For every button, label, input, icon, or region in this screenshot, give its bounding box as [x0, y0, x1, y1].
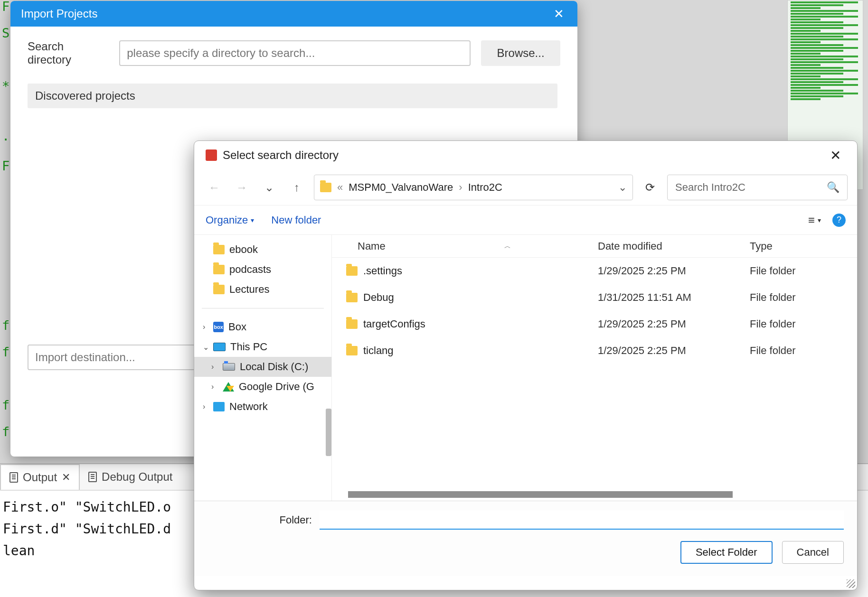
search-icon: 🔍 — [827, 181, 840, 194]
chevron-right-icon: › — [459, 181, 462, 194]
chevron-right-icon[interactable]: › — [211, 363, 214, 371]
file-date: 1/29/2025 2:25 PM — [598, 265, 750, 277]
folder-icon — [346, 293, 358, 302]
tree-item-network[interactable]: ›Network — [194, 397, 331, 417]
folder-icon — [320, 183, 331, 192]
folder-icon — [213, 245, 225, 254]
chevron-down-icon[interactable]: ⌄ — [618, 181, 627, 194]
col-date[interactable]: Date modified — [598, 240, 750, 252]
chevron-down-icon[interactable]: ⌄ — [203, 343, 209, 352]
tree-item-podcasts[interactable]: podcasts — [194, 260, 331, 280]
chevron-right-icon[interactable]: › — [203, 323, 205, 331]
nav-up-button[interactable]: ↑ — [286, 177, 307, 198]
horizontal-scrollbar[interactable] — [348, 491, 733, 498]
import-title-text: Import Projects — [21, 7, 97, 20]
view-options-button[interactable]: ≡ ▾ — [808, 214, 821, 227]
sort-asc-icon: ︿ — [504, 242, 511, 251]
pc-icon — [213, 343, 226, 351]
select-folder-button[interactable]: Select Folder — [680, 541, 773, 564]
disk-icon — [223, 363, 235, 371]
tree-item-ebook[interactable]: ebook — [194, 240, 331, 260]
picker-footer: Folder: Select Folder Cancel — [194, 501, 857, 576]
picker-search-input[interactable]: Search Intro2C 🔍 — [667, 175, 848, 200]
box-icon: box — [213, 322, 224, 332]
help-icon[interactable]: ? — [832, 214, 846, 227]
nav-back-button[interactable]: ← — [204, 177, 225, 198]
close-icon[interactable]: ✕ — [825, 148, 846, 163]
close-icon[interactable]: ✕ — [551, 6, 567, 22]
file-date: 1/29/2025 2:25 PM — [598, 318, 750, 330]
file-date: 1/29/2025 2:25 PM — [598, 345, 750, 357]
file-date: 1/31/2025 11:51 AM — [598, 291, 750, 304]
chevron-right-icon[interactable]: › — [203, 402, 205, 411]
file-type: File folder — [750, 345, 845, 357]
folder-label: Folder: — [208, 514, 312, 526]
document-icon — [9, 472, 18, 483]
import-titlebar: Import Projects ✕ — [10, 1, 577, 27]
tree-item-lectures[interactable]: Lectures — [194, 280, 331, 299]
breadcrumb-seg-2[interactable]: Intro2C — [468, 181, 502, 194]
organize-menu[interactable]: Organize ▾ — [206, 214, 254, 226]
tab-debug-label: Debug Output — [102, 470, 172, 484]
tree-item-google-drive[interactable]: ›Google Drive (G — [194, 377, 331, 397]
browse-button[interactable]: Browse... — [481, 40, 560, 66]
file-list: Name︿ Date modified Type .settings1/29/2… — [332, 235, 857, 501]
search-directory-input[interactable] — [119, 40, 471, 66]
file-name: ticlang — [363, 345, 394, 357]
tab-debug-output[interactable]: Debug Output — [80, 464, 181, 490]
folder-icon — [213, 285, 225, 294]
cancel-button[interactable]: Cancel — [782, 541, 844, 564]
chevron-right-icon[interactable]: › — [211, 382, 214, 391]
file-name: targetConfigs — [363, 318, 425, 330]
discovered-projects-header: Discovered projects — [28, 84, 557, 108]
tree-item-box[interactable]: ›boxBox — [194, 317, 331, 337]
refresh-button[interactable]: ⟳ — [640, 181, 660, 194]
file-type: File folder — [750, 265, 845, 277]
tree-item-local-disk[interactable]: ›Local Disk (C:) — [194, 357, 331, 377]
breadcrumb-overflow[interactable]: « — [337, 181, 343, 194]
new-folder-button[interactable]: New folder — [271, 214, 321, 226]
picker-search-placeholder: Search Intro2C — [675, 181, 745, 194]
col-type[interactable]: Type — [750, 240, 826, 252]
breadcrumb[interactable]: « MSPM0_ValvanoWare › Intro2C ⌄ — [314, 175, 633, 200]
folder-icon — [346, 319, 358, 329]
file-name: .settings — [363, 265, 402, 277]
resize-grip[interactable] — [847, 579, 855, 588]
network-icon — [213, 402, 225, 411]
select-search-directory-dialog: Select search directory ✕ ← → ⌄ ↑ « MSPM… — [194, 140, 858, 590]
gdrive-icon — [223, 382, 234, 392]
list-item[interactable]: ticlang1/29/2025 2:25 PMFile folder — [332, 337, 857, 364]
tree-scrollbar[interactable] — [326, 409, 331, 456]
nav-tree: ebook podcasts Lectures ›boxBox ⌄This PC… — [194, 235, 332, 501]
app-icon — [206, 149, 217, 161]
chevron-down-icon: ▾ — [251, 216, 254, 224]
search-directory-label: Search directory — [28, 40, 109, 66]
folder-icon — [213, 265, 225, 274]
tab-output-label: Output — [23, 471, 57, 484]
list-item[interactable]: Debug1/31/2025 11:51 AMFile folder — [332, 284, 857, 311]
file-type: File folder — [750, 318, 845, 330]
nav-row: ← → ⌄ ↑ « MSPM0_ValvanoWare › Intro2C ⌄ … — [194, 169, 857, 205]
folder-input[interactable] — [320, 511, 844, 530]
list-item[interactable]: .settings1/29/2025 2:25 PMFile folder — [332, 258, 857, 284]
file-name: Debug — [363, 291, 394, 304]
folder-icon — [346, 346, 358, 355]
file-type: File folder — [750, 291, 845, 304]
picker-title-text: Select search directory — [223, 149, 339, 162]
toolbar-row: Organize ▾ New folder ≡ ▾ ? — [194, 205, 857, 235]
folder-icon — [346, 266, 358, 276]
nav-recent-button[interactable]: ⌄ — [259, 177, 280, 198]
document-icon — [88, 472, 97, 482]
nav-forward-button[interactable]: → — [231, 177, 252, 198]
list-item[interactable]: targetConfigs1/29/2025 2:25 PMFile folde… — [332, 311, 857, 337]
col-name[interactable]: Name︿ — [332, 240, 598, 252]
breadcrumb-seg-1[interactable]: MSPM0_ValvanoWare — [349, 181, 453, 194]
list-header: Name︿ Date modified Type — [332, 235, 857, 258]
tree-item-this-pc[interactable]: ⌄This PC — [194, 337, 331, 357]
tab-output[interactable]: Output ✕ — [0, 464, 80, 490]
picker-titlebar: Select search directory ✕ — [194, 141, 857, 169]
close-icon[interactable]: ✕ — [62, 471, 70, 484]
